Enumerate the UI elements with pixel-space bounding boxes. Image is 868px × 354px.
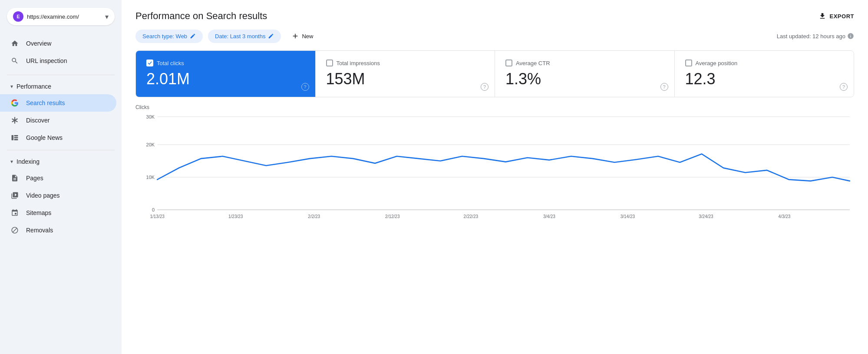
sitemaps-icon bbox=[10, 208, 19, 217]
search-icon bbox=[10, 56, 19, 65]
metric-average-position[interactable]: Average position 12.3 ? bbox=[675, 51, 854, 97]
sidebar-item-removals-label: Removals bbox=[26, 227, 53, 234]
new-button[interactable]: New bbox=[286, 29, 318, 43]
nav-divider-1 bbox=[7, 75, 115, 75]
metric-total-clicks[interactable]: Total clicks 2.01M ? bbox=[136, 51, 316, 97]
sidebar-item-overview[interactable]: Overview bbox=[0, 35, 116, 52]
sidebar-item-search-results-label: Search results bbox=[26, 99, 65, 106]
sidebar-item-overview-label: Overview bbox=[26, 40, 51, 47]
metric-value-impressions: 153M bbox=[326, 70, 485, 88]
sidebar-item-pages-label: Pages bbox=[26, 175, 43, 182]
svg-text:20K: 20K bbox=[146, 142, 155, 147]
sidebar-item-video-pages-label: Video pages bbox=[26, 192, 60, 199]
chart-section: Clicks 30K 20K 10K 0 1/13/23 bbox=[122, 104, 868, 354]
svg-text:2/22/23: 2/22/23 bbox=[464, 214, 479, 219]
export-button[interactable]: EXPORT bbox=[818, 12, 854, 20]
svg-text:3/14/23: 3/14/23 bbox=[620, 214, 635, 219]
performance-label: Performance bbox=[17, 83, 51, 90]
metric-label-clicks: Total clicks bbox=[146, 60, 305, 66]
metric-label-position: Average position bbox=[685, 60, 844, 66]
svg-rect-1 bbox=[14, 135, 18, 136]
sidebar-item-video-pages[interactable]: Video pages bbox=[0, 187, 116, 204]
metric-label-ctr: Average CTR bbox=[505, 60, 664, 66]
metric-value-ctr: 1.3% bbox=[505, 70, 664, 88]
sidebar-item-removals[interactable]: Removals bbox=[0, 222, 116, 239]
sidebar-item-google-news[interactable]: Google News bbox=[0, 129, 116, 146]
svg-text:2/12/23: 2/12/23 bbox=[385, 214, 400, 219]
svg-rect-2 bbox=[14, 137, 18, 139]
metric-checkbox-position bbox=[685, 60, 692, 66]
svg-text:1/13/23: 1/13/23 bbox=[150, 214, 165, 219]
sidebar-item-url-inspection[interactable]: URL inspection bbox=[0, 52, 116, 69]
sidebar-item-url-inspection-label: URL inspection bbox=[26, 57, 67, 64]
nav-divider-2 bbox=[7, 150, 115, 150]
url-text: https://examine.com/ bbox=[27, 13, 102, 20]
removals-icon bbox=[10, 226, 19, 235]
svg-rect-0 bbox=[12, 135, 14, 140]
metric-value-clicks: 2.01M bbox=[146, 70, 305, 88]
performance-section-header[interactable]: ▾ Performance bbox=[0, 79, 122, 94]
metric-average-ctr[interactable]: Average CTR 1.3% ? bbox=[495, 51, 675, 97]
svg-text:2/2/23: 2/2/23 bbox=[308, 214, 320, 219]
svg-rect-3 bbox=[14, 139, 18, 140]
url-dropdown-icon[interactable]: ▾ bbox=[105, 13, 109, 21]
url-bar[interactable]: E https://examine.com/ ▾ bbox=[7, 8, 115, 25]
sidebar-item-pages[interactable]: Pages bbox=[0, 169, 116, 187]
metric-total-impressions[interactable]: Total impressions 153M ? bbox=[316, 51, 495, 97]
svg-text:30K: 30K bbox=[146, 114, 155, 119]
main-header: Performance on Search results EXPORT bbox=[122, 0, 868, 29]
sidebar-item-search-results[interactable]: Search results bbox=[0, 94, 116, 112]
video-icon bbox=[10, 191, 19, 200]
svg-text:3/4/23: 3/4/23 bbox=[543, 214, 555, 219]
sidebar-item-sitemaps[interactable]: Sitemaps bbox=[0, 204, 116, 222]
metric-value-position: 12.3 bbox=[685, 70, 844, 88]
metrics-row: Total clicks 2.01M ? Total impressions 1… bbox=[135, 50, 854, 97]
home-icon bbox=[10, 39, 19, 48]
search-type-filter[interactable]: Search type: Web bbox=[135, 30, 203, 43]
page-title: Performance on Search results bbox=[135, 10, 267, 22]
google-news-icon bbox=[10, 133, 19, 142]
svg-text:3/24/23: 3/24/23 bbox=[699, 214, 713, 219]
metric-help-clicks[interactable]: ? bbox=[301, 83, 309, 91]
toolbar: Search type: Web Date: Last 3 months New… bbox=[122, 29, 868, 50]
chevron-down-icon-2: ▾ bbox=[10, 159, 13, 165]
main-content: Performance on Search results EXPORT Sea… bbox=[122, 0, 868, 354]
metric-help-position[interactable]: ? bbox=[840, 83, 848, 91]
indexing-label: Indexing bbox=[17, 158, 40, 165]
last-updated: Last updated: 12 hours ago bbox=[777, 33, 854, 40]
sidebar-item-google-news-label: Google News bbox=[26, 134, 63, 141]
sidebar-item-sitemaps-label: Sitemaps bbox=[26, 209, 51, 216]
metric-help-ctr[interactable]: ? bbox=[660, 83, 668, 91]
pages-icon bbox=[10, 174, 19, 182]
metric-label-impressions: Total impressions bbox=[326, 60, 485, 66]
metric-checkbox-impressions bbox=[326, 60, 333, 66]
svg-text:10K: 10K bbox=[146, 175, 155, 180]
metric-checkbox-ctr bbox=[505, 60, 512, 66]
site-avatar: E bbox=[13, 11, 23, 22]
indexing-section-header[interactable]: ▾ Indexing bbox=[0, 154, 122, 169]
chart-y-label: Clicks bbox=[135, 104, 149, 110]
sidebar-item-discover[interactable]: Discover bbox=[0, 112, 116, 129]
metric-help-impressions[interactable]: ? bbox=[481, 83, 488, 91]
asterisk-icon bbox=[10, 116, 19, 125]
date-filter[interactable]: Date: Last 3 months bbox=[208, 30, 281, 43]
sidebar: E https://examine.com/ ▾ Overview URL in… bbox=[0, 0, 122, 354]
sidebar-item-discover-label: Discover bbox=[26, 117, 50, 124]
svg-text:1/23/23: 1/23/23 bbox=[228, 214, 243, 219]
svg-text:0: 0 bbox=[152, 207, 155, 212]
metric-checkbox-clicks bbox=[146, 60, 153, 66]
chevron-down-icon: ▾ bbox=[10, 83, 13, 89]
svg-text:4/3/23: 4/3/23 bbox=[779, 214, 791, 219]
nav-section-main: Overview URL inspection bbox=[0, 33, 122, 71]
google-icon bbox=[10, 99, 19, 107]
chart-svg: 30K 20K 10K 0 1/13/23 1/23/23 2/2/23 2/1… bbox=[135, 112, 854, 242]
